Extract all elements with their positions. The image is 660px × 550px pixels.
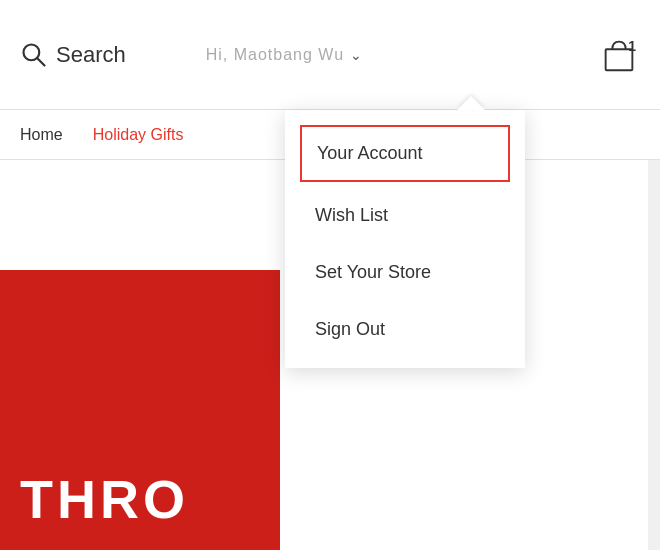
cart-icon[interactable]: 1 — [598, 34, 640, 76]
hero-text: THRO — [20, 468, 189, 530]
svg-line-1 — [37, 58, 44, 65]
user-area[interactable]: Hi, Maotbang Wu ⌄ — [206, 46, 598, 64]
menu-item-sign-out[interactable]: Sign Out — [285, 301, 525, 358]
search-icon[interactable] — [20, 41, 48, 69]
chevron-down-icon: ⌄ — [350, 47, 362, 63]
user-name: Hi, Maotbang Wu — [206, 46, 344, 64]
search-label: Search — [56, 42, 126, 68]
menu-item-set-your-store[interactable]: Set Your Store — [285, 244, 525, 301]
cart-count: 1 — [628, 38, 636, 54]
dropdown-menu: Your Account Wish List Set Your Store Si… — [285, 110, 525, 368]
search-area[interactable]: Search — [20, 41, 126, 69]
header: Search Hi, Maotbang Wu ⌄ 1 — [0, 0, 660, 110]
nav-item-holiday-gifts[interactable]: Holiday Gifts — [93, 126, 184, 144]
menu-item-wish-list[interactable]: Wish List — [285, 187, 525, 244]
menu-item-your-account[interactable]: Your Account — [300, 125, 510, 182]
nav-item-home[interactable]: Home — [20, 126, 63, 144]
cart-area[interactable]: 1 — [598, 34, 640, 76]
hero-section: THRO — [0, 270, 280, 550]
